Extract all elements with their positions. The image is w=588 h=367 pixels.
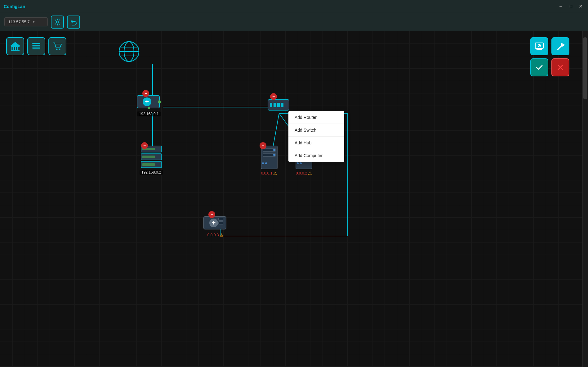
- svg-rect-5: [17, 47, 18, 50]
- svg-rect-39: [274, 103, 276, 107]
- internet-node[interactable]: [118, 40, 140, 63]
- wrench-button[interactable]: [551, 37, 569, 55]
- remove-computer1-button[interactable]: −: [260, 142, 266, 149]
- ip-value: 113.57.55.7: [8, 20, 30, 24]
- monitor-eye-button[interactable]: [530, 37, 548, 55]
- router1-label: 192.168.0.1: [137, 111, 160, 116]
- undo-button[interactable]: [67, 16, 80, 29]
- cart-icon: [53, 42, 62, 51]
- svg-rect-10: [32, 47, 40, 48]
- svg-rect-47: [142, 163, 155, 166]
- dropdown-arrow-icon: ▼: [32, 20, 35, 24]
- switch1-icon: [267, 97, 291, 113]
- list-icon: [32, 42, 41, 51]
- switch-1-node[interactable]: −: [267, 96, 291, 113]
- ip-dropdown[interactable]: 113.57.55.7 ▼: [4, 17, 48, 26]
- svg-text:+: +: [145, 98, 149, 106]
- svg-rect-38: [270, 103, 272, 107]
- canvas-area[interactable]: − + 192.168.0.1 − −: [0, 31, 588, 367]
- context-menu: Add Router Add Switch Add Hub Add Comput…: [288, 111, 344, 162]
- computer2-label: 0.0.0.2 ⚠: [296, 171, 312, 176]
- minimize-button[interactable]: −: [557, 3, 564, 10]
- router2-icon: +: [203, 215, 228, 231]
- network-connections: [0, 31, 588, 367]
- warning-icon-2: ⚠: [308, 171, 312, 176]
- undo-icon: [70, 19, 77, 25]
- cart-button[interactable]: [48, 37, 66, 55]
- svg-point-12: [56, 49, 58, 50]
- svg-point-52: [273, 154, 275, 156]
- svg-rect-11: [32, 48, 40, 49]
- svg-rect-17: [538, 48, 541, 49]
- monitor-eye-icon: [535, 42, 544, 51]
- router-2-node[interactable]: − + 0.0.0.3 ⚠: [203, 214, 228, 238]
- bank-button[interactable]: [6, 37, 24, 55]
- maximize-button[interactable]: □: [567, 3, 574, 10]
- title-bar: ConfigLan − □ ✕: [0, 0, 588, 13]
- add-hub-menu-item[interactable]: Add Hub: [288, 137, 344, 149]
- list-button[interactable]: [27, 37, 45, 55]
- close-button[interactable]: ✕: [577, 3, 584, 10]
- svg-rect-9: [32, 45, 40, 46]
- canvas-icons-right: [530, 37, 569, 76]
- svg-marker-7: [11, 42, 20, 46]
- remove-server1-button[interactable]: −: [141, 142, 148, 149]
- svg-rect-4: [15, 47, 16, 50]
- add-router-menu-item[interactable]: Add Router: [288, 111, 344, 124]
- toolbar: 113.57.55.7 ▼: [0, 13, 588, 31]
- server1-label: 192.168.0.2: [140, 170, 163, 175]
- computer-1-node[interactable]: − 0.0.0.1 ⚠: [260, 145, 278, 176]
- svg-text:+: +: [212, 219, 216, 227]
- remove-switch1-button[interactable]: −: [270, 93, 277, 100]
- app-title: ConfigLan: [4, 4, 25, 9]
- svg-point-50: [273, 149, 275, 151]
- svg-point-61: [300, 162, 302, 164]
- svg-point-13: [59, 49, 60, 50]
- svg-rect-1: [11, 46, 20, 47]
- warning-icon-1: ⚠: [273, 171, 277, 176]
- svg-rect-18: [537, 49, 542, 50]
- confirm-button[interactable]: [530, 58, 548, 76]
- computer1-label: 0.0.0.1 ⚠: [261, 171, 278, 176]
- check-icon: [535, 63, 544, 72]
- router-1-node[interactable]: − + 192.168.0.1: [136, 93, 161, 116]
- router1-icon: +: [136, 94, 161, 110]
- svg-rect-8: [32, 43, 40, 44]
- server-1-node[interactable]: − 192.168.0.2: [140, 145, 163, 175]
- add-computer-menu-item[interactable]: Add Computer: [288, 149, 344, 162]
- remove-router1-button[interactable]: −: [142, 90, 149, 97]
- settings-button[interactable]: [51, 16, 64, 29]
- svg-rect-3: [13, 47, 14, 50]
- x-icon: [556, 63, 565, 72]
- svg-point-0: [56, 21, 59, 23]
- scrollbar[interactable]: [582, 31, 588, 367]
- svg-rect-40: [277, 103, 280, 107]
- svg-point-35: [158, 100, 161, 103]
- bank-icon: [10, 41, 20, 51]
- svg-rect-66: [219, 222, 223, 224]
- svg-rect-45: [142, 156, 155, 158]
- settings-icon: [54, 19, 61, 25]
- svg-point-53: [262, 162, 264, 164]
- cancel-button[interactable]: [551, 58, 569, 76]
- canvas-icons-left: [6, 37, 66, 55]
- svg-rect-6: [11, 50, 20, 51]
- warning-icon-3: ⚠: [220, 233, 224, 238]
- svg-point-54: [265, 162, 267, 164]
- svg-rect-65: [219, 218, 223, 220]
- svg-line-25: [273, 113, 279, 147]
- globe-icon: [118, 40, 140, 63]
- wrench-icon: [556, 42, 565, 51]
- remove-router2-button[interactable]: −: [208, 211, 215, 218]
- svg-rect-41: [281, 103, 283, 107]
- svg-point-36: [148, 107, 150, 109]
- scrollbar-thumb[interactable]: [583, 37, 587, 99]
- router2-label: 0.0.0.3 ⚠: [207, 233, 224, 238]
- svg-point-16: [539, 45, 540, 46]
- add-switch-menu-item[interactable]: Add Switch: [288, 124, 344, 137]
- svg-rect-2: [11, 47, 12, 50]
- svg-point-60: [297, 162, 299, 164]
